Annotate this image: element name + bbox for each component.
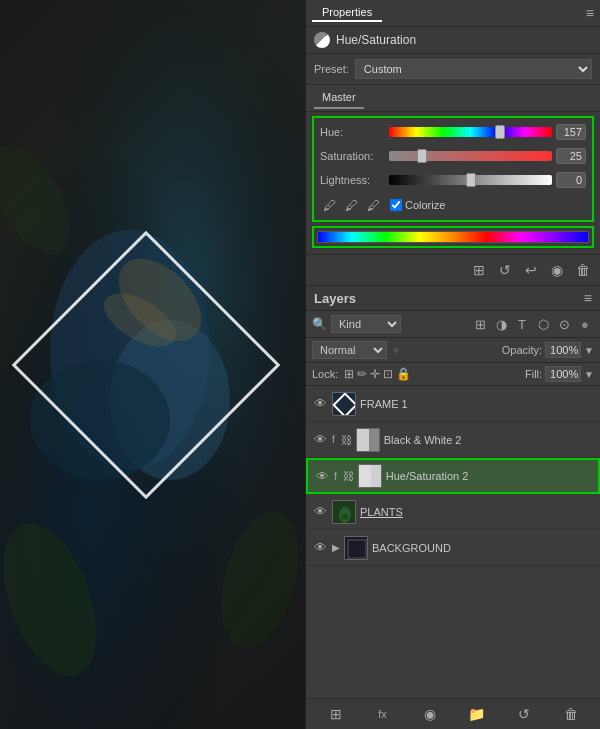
master-tab[interactable]: Master bbox=[314, 87, 364, 109]
filter-select[interactable]: Kind bbox=[331, 315, 401, 333]
bottom-link-icon[interactable]: ⊞ bbox=[325, 703, 347, 725]
preset-select[interactable]: Custom bbox=[355, 59, 592, 79]
layer-name-plants: PLANTS bbox=[360, 506, 594, 518]
visibility-icon-frame1[interactable]: 👁 bbox=[312, 396, 328, 411]
layers-bottom: ⊞ fx ◉ 📁 ↺ 🗑 bbox=[306, 698, 600, 729]
bottom-mask-icon[interactable]: ◉ bbox=[419, 703, 441, 725]
layer-thumb-background bbox=[344, 536, 368, 560]
lock-fill-row: Lock: ⊞ ✏ ✛ ⊡ 🔒 Fill: 100% ▼ bbox=[306, 363, 600, 386]
bottom-new-icon[interactable]: ↺ bbox=[513, 703, 535, 725]
opacity-value[interactable]: 100% bbox=[545, 342, 581, 358]
eyedropper-add-tool[interactable]: 🖊 bbox=[342, 196, 360, 214]
canvas-background bbox=[0, 0, 305, 729]
fill-row: Fill: 100% ▼ bbox=[525, 366, 594, 382]
filter-type-icon[interactable]: T bbox=[513, 317, 531, 332]
layers-title: Layers bbox=[314, 291, 356, 306]
panel-menu-icon[interactable]: ≡ bbox=[586, 5, 594, 21]
sat-label: Saturation: bbox=[320, 150, 385, 162]
layer-item-bw2[interactable]: 👁 f ⛓ Black & White 2 bbox=[306, 422, 600, 458]
sat-row: Saturation: 25 bbox=[320, 148, 586, 164]
blend-chevron-icon: ▼ bbox=[391, 345, 401, 356]
group-arrow-icon[interactable]: ▶ bbox=[332, 542, 340, 553]
bottom-group-icon[interactable]: 📁 bbox=[466, 703, 488, 725]
bottom-fx-icon[interactable]: fx bbox=[372, 703, 394, 725]
svg-rect-11 bbox=[333, 393, 356, 416]
layer-item-huesat2[interactable]: 👁 f ⛓ Hue/Saturation 2 bbox=[306, 458, 600, 494]
bottom-delete-icon[interactable]: 🗑 bbox=[560, 703, 582, 725]
layers-list: 👁 FRAME 1 👁 f ⛓ bbox=[306, 386, 600, 698]
light-thumb[interactable] bbox=[466, 173, 476, 187]
toolbar-visibility-icon[interactable]: ◉ bbox=[546, 259, 568, 281]
eyedropper-sub-tool[interactable]: 🖊 bbox=[364, 196, 382, 214]
layer-thumb-frame1 bbox=[332, 392, 356, 416]
colorize-checkbox-label[interactable]: Colorize bbox=[390, 199, 445, 211]
visibility-icon-bw2[interactable]: 👁 bbox=[312, 432, 328, 447]
fill-chevron-icon: ▼ bbox=[584, 369, 594, 380]
layer-link-icon-huesat2[interactable]: ⛓ bbox=[343, 470, 354, 482]
lock-all-icon[interactable]: 🔒 bbox=[396, 367, 411, 381]
colorize-row: 🖊 🖊 🖊 Colorize bbox=[320, 196, 586, 214]
lock-move-icon[interactable]: ✛ bbox=[370, 367, 380, 381]
lock-label: Lock: bbox=[312, 368, 338, 380]
blend-opacity-row: Normal ▼ Opacity: 100% ▼ bbox=[306, 338, 600, 363]
light-value[interactable]: 0 bbox=[556, 172, 586, 188]
hue-row: Hue: 157 bbox=[320, 124, 586, 140]
fill-value[interactable]: 100% bbox=[545, 366, 581, 382]
properties-toolbar: ⊞ ↺ ↩ ◉ 🗑 bbox=[306, 254, 600, 286]
layer-link-icon-bw2[interactable]: ⛓ bbox=[341, 434, 352, 446]
visibility-icon-background[interactable]: 👁 bbox=[312, 540, 328, 555]
layer-thumb-bw2 bbox=[356, 428, 380, 452]
visibility-icon-huesat2[interactable]: 👁 bbox=[314, 469, 330, 484]
lock-brush-icon[interactable]: ✏ bbox=[357, 367, 367, 381]
toolbar-delete-icon[interactable]: 🗑 bbox=[572, 259, 594, 281]
lock-artboard-icon[interactable]: ⊡ bbox=[383, 367, 393, 381]
right-panel: Properties ≡ Hue/Saturation Preset: Cust… bbox=[305, 0, 600, 729]
panel-header: Properties ≡ bbox=[306, 0, 600, 27]
filter-toggle[interactable]: ● bbox=[576, 317, 594, 332]
hue-value[interactable]: 157 bbox=[556, 124, 586, 140]
layer-item-background[interactable]: 👁 ▶ BACKGROUND bbox=[306, 530, 600, 566]
sat-thumb[interactable] bbox=[417, 149, 427, 163]
preset-label: Preset: bbox=[314, 63, 349, 75]
opacity-row: Opacity: 100% ▼ bbox=[405, 342, 594, 358]
canvas-area bbox=[0, 0, 305, 729]
filter-smart-icon[interactable]: ⊙ bbox=[555, 317, 573, 332]
layer-item-plants[interactable]: 👁 PLANTS bbox=[306, 494, 600, 530]
colorize-checkbox[interactable] bbox=[390, 199, 402, 211]
hue-label: Hue: bbox=[320, 126, 385, 138]
filter-adj-icon[interactable]: ◑ bbox=[492, 317, 510, 332]
light-row: Lightness: 0 bbox=[320, 172, 586, 188]
layer-name-huesat2: Hue/Saturation 2 bbox=[386, 470, 592, 482]
toolbar-new-icon[interactable]: ⊞ bbox=[468, 259, 490, 281]
layers-filter-row: 🔍 Kind ⊞ ◑ T ⬡ ⊙ ● bbox=[306, 311, 600, 338]
sat-slider[interactable] bbox=[389, 151, 552, 161]
visibility-icon-plants[interactable]: 👁 bbox=[312, 504, 328, 519]
light-label: Lightness: bbox=[320, 174, 385, 186]
filter-shape-icon[interactable]: ⬡ bbox=[534, 317, 552, 332]
panel-tabs: Properties bbox=[312, 4, 382, 22]
light-slider[interactable] bbox=[389, 175, 552, 185]
eyedropper-tool[interactable]: 🖊 bbox=[320, 196, 338, 214]
opacity-chevron-icon: ▼ bbox=[584, 345, 594, 356]
layer-f-icon-bw2: f bbox=[332, 434, 335, 445]
toolbar-link-icon[interactable]: ↺ bbox=[494, 259, 516, 281]
layer-thumb-huesat2 bbox=[358, 464, 382, 488]
layer-f-icon-huesat2: f bbox=[334, 471, 337, 482]
blend-mode-select[interactable]: Normal bbox=[312, 341, 387, 359]
layer-name-background: BACKGROUND bbox=[372, 542, 594, 554]
hue-thumb[interactable] bbox=[495, 125, 505, 139]
layer-item-frame1[interactable]: 👁 FRAME 1 bbox=[306, 386, 600, 422]
toolbar-undo-icon[interactable]: ↩ bbox=[520, 259, 542, 281]
layers-menu-icon[interactable]: ≡ bbox=[584, 290, 592, 306]
lock-checkered-icon[interactable]: ⊞ bbox=[344, 367, 354, 381]
hue-sat-icon bbox=[314, 32, 330, 48]
colorize-label: Colorize bbox=[405, 199, 445, 211]
tab-properties[interactable]: Properties bbox=[312, 4, 382, 22]
layer-thumb-plants bbox=[332, 500, 356, 524]
filter-search-icon[interactable]: 🔍 bbox=[312, 317, 327, 331]
spectrum-bar bbox=[317, 231, 589, 243]
hue-slider[interactable] bbox=[389, 127, 552, 137]
sat-value[interactable]: 25 bbox=[556, 148, 586, 164]
hs-controls: Hue: 157 Saturation: 25 Lightness: 0 � bbox=[312, 116, 594, 222]
filter-pixel-icon[interactable]: ⊞ bbox=[471, 317, 489, 332]
